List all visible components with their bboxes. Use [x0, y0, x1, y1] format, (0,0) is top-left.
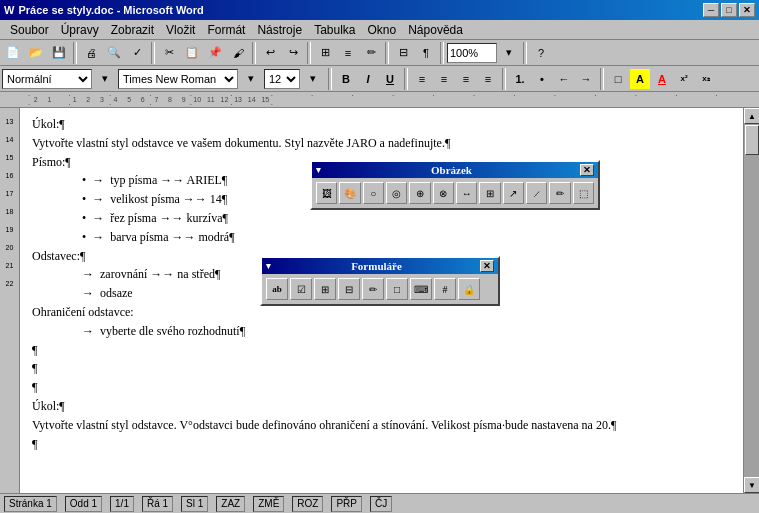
help-btn[interactable]: ?	[530, 42, 552, 64]
copy-btn[interactable]: 📋	[181, 42, 203, 64]
new-btn[interactable]: 📄	[2, 42, 24, 64]
font-color-btn[interactable]: A	[652, 69, 672, 89]
form-btn-table[interactable]: ⊞	[314, 278, 336, 300]
form-btn-frame[interactable]: ⊟	[338, 278, 360, 300]
menu-okno[interactable]: Okno	[362, 21, 403, 39]
save-btn[interactable]: 💾	[48, 42, 70, 64]
size-dropdown[interactable]: ▾	[302, 68, 324, 90]
zoom-input[interactable]	[447, 43, 497, 63]
obrazek-title-bar[interactable]: ▾ Obrázek ✕	[312, 162, 598, 178]
list-num-btn[interactable]: 1.	[510, 69, 530, 89]
obrazek-btn7[interactable]: ↔	[456, 182, 477, 204]
status-ext[interactable]: ROZ	[292, 496, 323, 512]
form-btn-code[interactable]: ⌨	[410, 278, 432, 300]
align-center-btn[interactable]: ≡	[434, 69, 454, 89]
scroll-down-btn[interactable]: ▼	[744, 477, 759, 493]
obrazek-btn1[interactable]: 🖼	[316, 182, 337, 204]
para-rez: → řez písma →→ kurzíva¶	[82, 210, 731, 227]
scroll-track[interactable]	[744, 124, 759, 477]
indent-inc-btn[interactable]: →	[576, 69, 596, 89]
form-btn-hash[interactable]: #	[434, 278, 456, 300]
obrazek-btn3[interactable]: ○	[363, 182, 384, 204]
form-btn-pen[interactable]: ✏	[362, 278, 384, 300]
map-btn[interactable]: ⊟	[392, 42, 414, 64]
formulare-panel[interactable]: ▾ Formuláře ✕ ab ☑ ⊞ ⊟ ✏ □ ⌨ # 🔒	[260, 256, 500, 306]
fsep1	[328, 68, 332, 90]
formulare-title-bar[interactable]: ▾ Formuláře ✕	[262, 258, 498, 274]
status-line: Řá 1	[142, 496, 173, 512]
border-btn[interactable]: □	[608, 69, 628, 89]
superscript-btn[interactable]: x²	[674, 69, 694, 89]
align-right-btn[interactable]: ≡	[456, 69, 476, 89]
style-select[interactable]: Normální	[2, 69, 92, 89]
status-bar: Stránka 1 Odd 1 1/1 Řá 1 Sl 1 ZAZ ZMĚ RO…	[0, 493, 759, 513]
print-btn[interactable]: 🖨	[80, 42, 102, 64]
obrazek-btn2[interactable]: 🎨	[339, 182, 360, 204]
doc-area[interactable]: Úkol:¶ Vytvořte vlastní styl odstavce ve…	[20, 108, 743, 493]
menu-tabulka[interactable]: Tabulka	[308, 21, 361, 39]
bold-btn[interactable]: B	[336, 69, 356, 89]
ruler-num-19: 19	[0, 220, 19, 238]
open-btn[interactable]: 📂	[25, 42, 47, 64]
undo-btn[interactable]: ↩	[259, 42, 281, 64]
title-bar-controls: ─ □ ✕	[703, 3, 755, 17]
spell-btn[interactable]: ✓	[126, 42, 148, 64]
redo-btn[interactable]: ↪	[282, 42, 304, 64]
obrazek-toolbar: 🖼 🎨 ○ ◎ ⊕ ⊗ ↔ ⊞ ↗ ⟋ ✏ ⬚	[312, 178, 598, 208]
obrazek-btn12[interactable]: ⬚	[573, 182, 594, 204]
zoom-dropdown[interactable]: ▾	[498, 42, 520, 64]
align-left-btn[interactable]: ≡	[412, 69, 432, 89]
menu-upravy[interactable]: Úpravy	[55, 21, 105, 39]
scrollbar-vertical[interactable]: ▲ ▼	[743, 108, 759, 493]
obrazek-btn6[interactable]: ⊗	[433, 182, 454, 204]
form-btn-lock[interactable]: 🔒	[458, 278, 480, 300]
menu-format[interactable]: Formát	[201, 21, 251, 39]
menu-soubor[interactable]: Soubor	[4, 21, 55, 39]
show-btn[interactable]: ¶	[415, 42, 437, 64]
scroll-thumb[interactable]	[745, 125, 759, 155]
formulare-close-btn[interactable]: ✕	[480, 260, 494, 272]
form-btn-rect[interactable]: □	[386, 278, 408, 300]
status-over[interactable]: PŘP	[331, 496, 362, 512]
form-btn-check[interactable]: ☑	[290, 278, 312, 300]
cols-btn[interactable]: ≡	[337, 42, 359, 64]
size-select[interactable]: 12	[264, 69, 300, 89]
table-btn[interactable]: ⊞	[314, 42, 336, 64]
scroll-up-btn[interactable]: ▲	[744, 108, 759, 124]
form-btn-ab[interactable]: ab	[266, 278, 288, 300]
obrazek-panel[interactable]: ▾ Obrázek ✕ 🖼 🎨 ○ ◎ ⊕ ⊗ ↔ ⊞ ↗ ⟋ ✏ ⬚	[310, 160, 600, 210]
menu-zobrazit[interactable]: Zobrazit	[105, 21, 160, 39]
obrazek-title-icon: ▾	[316, 165, 321, 175]
drawing-btn[interactable]: ✏	[360, 42, 382, 64]
maximize-btn[interactable]: □	[721, 3, 737, 17]
obrazek-btn11[interactable]: ✏	[549, 182, 570, 204]
list-bul-btn[interactable]: •	[532, 69, 552, 89]
paste-btn[interactable]: 📌	[204, 42, 226, 64]
italic-btn[interactable]: I	[358, 69, 378, 89]
menu-nastroje[interactable]: Nástroje	[251, 21, 308, 39]
underline-btn[interactable]: U	[380, 69, 400, 89]
menu-vlozit[interactable]: Vložit	[160, 21, 201, 39]
font-dropdown[interactable]: ▾	[240, 68, 262, 90]
indent-dec-btn[interactable]: ←	[554, 69, 574, 89]
style-dropdown[interactable]: ▾	[94, 68, 116, 90]
obrazek-btn9[interactable]: ↗	[503, 182, 524, 204]
obrazek-btn4[interactable]: ◎	[386, 182, 407, 204]
obrazek-btn10[interactable]: ⟋	[526, 182, 547, 204]
left-ruler: 13 14 15 16 17 18 19 20 21 22	[0, 108, 20, 493]
highlight-btn[interactable]: A	[630, 69, 650, 89]
obrazek-close-btn[interactable]: ✕	[580, 164, 594, 176]
status-rec[interactable]: ZAZ	[216, 496, 245, 512]
subscript-btn[interactable]: x₂	[696, 69, 716, 89]
minimize-btn[interactable]: ─	[703, 3, 719, 17]
print-preview-btn[interactable]: 🔍	[103, 42, 125, 64]
align-justify-btn[interactable]: ≡	[478, 69, 498, 89]
close-btn[interactable]: ✕	[739, 3, 755, 17]
format-painter-btn[interactable]: 🖌	[227, 42, 249, 64]
status-track[interactable]: ZMĚ	[253, 496, 284, 512]
menu-napoveda[interactable]: Nápověda	[402, 21, 469, 39]
font-select[interactable]: Times New Roman	[118, 69, 238, 89]
cut-btn[interactable]: ✂	[158, 42, 180, 64]
obrazek-btn8[interactable]: ⊞	[479, 182, 500, 204]
obrazek-btn5[interactable]: ⊕	[409, 182, 430, 204]
